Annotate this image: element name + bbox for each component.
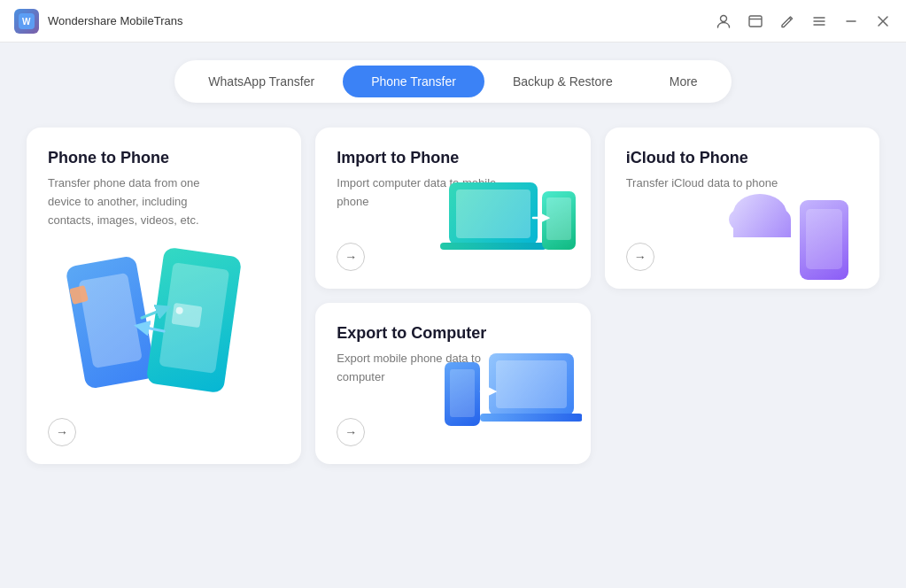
svg-point-2 — [721, 15, 727, 21]
import-illustration — [440, 165, 582, 280]
icloud-illustration — [720, 165, 871, 280]
card-phone-to-phone-title: Phone to Phone — [48, 149, 280, 167]
svg-rect-22 — [733, 220, 791, 237]
menu-icon[interactable] — [810, 12, 828, 30]
svg-rect-10 — [172, 303, 203, 328]
phone-to-phone-illustration — [66, 234, 261, 411]
edit-icon[interactable] — [778, 12, 796, 30]
titlebar-controls — [715, 12, 892, 30]
tab-more[interactable]: More — [641, 66, 726, 97]
card-export-to-computer[interactable]: Export to Computer Export mobile phone d… — [315, 303, 590, 464]
main-container: WhatsApp Transfer Phone Transfer Backup … — [0, 43, 906, 588]
nav-tabs: WhatsApp Transfer Phone Transfer Backup … — [174, 60, 731, 103]
minimize-button[interactable] — [842, 12, 860, 30]
svg-rect-18 — [806, 209, 842, 269]
titlebar: W Wondershare MobileTrans — [0, 0, 906, 43]
tab-whatsapp[interactable]: WhatsApp Transfer — [180, 66, 343, 97]
svg-rect-16 — [546, 197, 571, 240]
card-import-to-phone[interactable]: Import to Phone Import computer data to … — [315, 128, 590, 289]
card-phone-to-phone-desc: Transfer phone data from one device to a… — [48, 174, 207, 229]
svg-rect-27 — [480, 414, 582, 422]
card-export-arrow[interactable]: → — [337, 418, 365, 446]
cards-grid: Phone to Phone Transfer phone data from … — [27, 128, 879, 464]
svg-text:W: W — [22, 17, 31, 27]
card-phone-to-phone-arrow[interactable]: → — [48, 418, 76, 446]
export-illustration — [440, 340, 582, 455]
card-phone-to-phone[interactable]: Phone to Phone Transfer phone data from … — [27, 128, 301, 464]
window-icon[interactable] — [747, 12, 764, 30]
card-icloud-arrow[interactable]: → — [626, 243, 654, 271]
svg-rect-3 — [749, 16, 762, 27]
user-icon[interactable] — [715, 12, 732, 30]
titlebar-left: W Wondershare MobileTrans — [14, 9, 182, 34]
tab-phone[interactable]: Phone Transfer — [343, 66, 484, 97]
svg-rect-24 — [450, 369, 475, 417]
svg-rect-13 — [456, 190, 530, 238]
app-icon: W — [14, 9, 39, 34]
card-import-arrow[interactable]: → — [337, 243, 365, 271]
svg-rect-26 — [496, 360, 567, 408]
card-icloud-to-phone[interactable]: iCloud to Phone Transfer iCloud data to … — [605, 128, 879, 289]
tab-backup[interactable]: Backup & Restore — [484, 66, 641, 97]
app-title: Wondershare MobileTrans — [48, 14, 182, 27]
close-button[interactable] — [874, 12, 892, 30]
svg-rect-14 — [440, 243, 546, 250]
